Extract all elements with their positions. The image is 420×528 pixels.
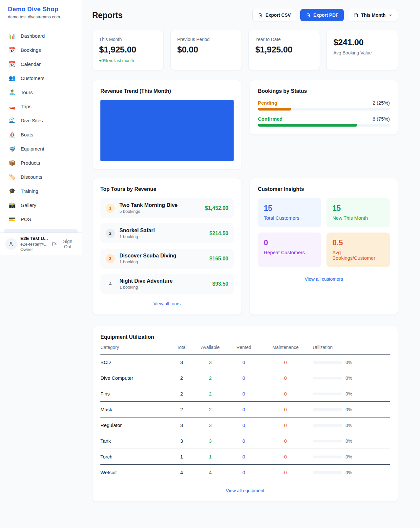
- tour-amount: $165.00: [209, 256, 228, 262]
- rank-badge: 4: [106, 279, 115, 289]
- sidebar-item-products[interactable]: 📦 Products: [0, 156, 82, 170]
- view-all-equipment-link[interactable]: View all equipment: [226, 488, 264, 493]
- equipment-available: 3: [197, 417, 223, 433]
- sidebar-item-trips[interactable]: 🚤 Trips: [0, 99, 82, 113]
- equipment-category: Fins: [100, 386, 166, 401]
- row-revenue-status: Revenue Trend (This Month) Bookings by S…: [92, 80, 398, 169]
- tour-row[interactable]: 1 Two Tank Morning Dive 5 bookings $1,45…: [100, 198, 234, 218]
- equipment-table-body: BCD 3 3 0 0 0% Dive Computer 2 2 0 0: [100, 355, 390, 480]
- equipment-utilization: 0%: [307, 402, 390, 417]
- sign-out-button[interactable]: Sign Out: [51, 237, 77, 251]
- equipment-available: 3: [197, 355, 223, 370]
- rank-badge: 1: [106, 204, 115, 213]
- utilization-track: [313, 377, 342, 379]
- view-all-customers-link[interactable]: View all customers: [305, 276, 343, 282]
- equipment-total: 3: [166, 417, 197, 433]
- sidebar-item-label: Training: [21, 188, 38, 194]
- equipment-category: Dive Computer: [100, 370, 166, 386]
- sidebar-item-customers[interactable]: 👥 Customers: [0, 71, 82, 85]
- tour-name: Night Dive Adventure: [119, 278, 173, 284]
- sidebar-item-label: Tours: [21, 90, 33, 95]
- sidebar-item-bookings[interactable]: 📅 Bookings: [0, 43, 82, 57]
- customer-insights-card: Customer Insights 15 Total Customers 15 …: [250, 178, 398, 315]
- equipment-total: 3: [166, 355, 197, 370]
- equipment-category: Torch: [100, 449, 166, 464]
- wave-icon: 🌊: [9, 117, 16, 124]
- equipment-maintenance: 0: [264, 449, 307, 464]
- file-download-icon: [306, 13, 311, 18]
- export-csv-button[interactable]: Export CSV: [252, 9, 296, 21]
- equipment-maintenance: 0: [264, 417, 307, 433]
- tour-name: Two Tank Morning Dive: [119, 202, 178, 208]
- equipment-rented: 0: [223, 465, 264, 480]
- stats-row: This Month$1,925.00+0% vs last monthPrev…: [92, 30, 398, 70]
- bookings-by-status-title: Bookings by Status: [258, 88, 390, 94]
- package-icon: 📦: [9, 159, 16, 166]
- equipment-utilization: 0%: [307, 434, 390, 449]
- user-footer: E2E Test U... e2e-tester@... Owner Sign …: [0, 233, 82, 255]
- tour-amount: $214.50: [209, 231, 228, 236]
- sidebar-item-active-partial[interactable]: [4, 229, 78, 233]
- equipment-row-regulator: Regulator 3 3 0 0 0%: [100, 417, 390, 433]
- calendar-icon: [353, 13, 358, 18]
- diving-mask-icon: 🤿: [9, 145, 16, 152]
- sign-out-label: Sign Out: [59, 239, 76, 249]
- equipment-total: 4: [166, 465, 197, 480]
- utilization-track: [313, 393, 342, 395]
- shop-name[interactable]: Demo Dive Shop: [8, 6, 74, 13]
- equipment-utilization: 0%: [307, 355, 390, 370]
- sidebar-item-dashboard[interactable]: 📊 Dashboard: [0, 29, 82, 43]
- tour-bookings: 1 booking: [119, 234, 155, 239]
- period-dropdown[interactable]: This Month: [348, 9, 398, 21]
- equipment-row-tank: Tank 3 3 0 0 0%: [100, 433, 390, 449]
- equipment-utilization: 0%: [307, 449, 390, 464]
- sidebar-item-pos[interactable]: 💳 POS: [0, 212, 82, 226]
- sidebar-item-label: Discounts: [21, 174, 42, 180]
- sidebar-item-discounts[interactable]: 🏷️ Discounts: [0, 170, 82, 184]
- equipment-available: 2: [197, 386, 223, 401]
- status-count: 2 (25%): [372, 100, 390, 106]
- tour-row[interactable]: 2 Snorkel Safari 1 booking $214.50: [100, 223, 234, 243]
- view-all-tours-link[interactable]: View all tours: [153, 301, 180, 306]
- revenue-trend-title: Revenue Trend (This Month): [100, 88, 234, 94]
- equipment-row-fins: Fins 2 2 0 0 0%: [100, 386, 390, 402]
- sidebar-item-training[interactable]: 🎓 Training: [0, 184, 82, 198]
- utilization-track: [313, 408, 342, 411]
- app-root: Demo Dive Shop demo.test.divestreams.com…: [0, 0, 420, 526]
- revenue-trend-card: Revenue Trend (This Month): [92, 80, 242, 169]
- people-icon: 👥: [9, 75, 16, 82]
- sidebar-item-tours[interactable]: 🏝️ Tours: [0, 85, 82, 99]
- chevron-down-icon: [388, 13, 392, 17]
- stat-delta: +0% vs last month: [99, 58, 157, 63]
- sidebar-item-label: Dive Sites: [21, 118, 43, 123]
- sidebar-item-gallery[interactable]: 📸 Gallery: [0, 198, 82, 212]
- equipment-category: BCD: [100, 355, 166, 370]
- tour-row[interactable]: 4 Night Dive Adventure 1 booking $93.50: [100, 274, 234, 294]
- sidebar-item-boats[interactable]: ⛵ Boats: [0, 128, 82, 142]
- export-pdf-label: Export PDF: [313, 12, 338, 18]
- equipment-available: 3: [197, 433, 223, 449]
- sidebar-item-label: Gallery: [21, 202, 36, 208]
- stat-card-this-month: This Month$1,925.00+0% vs last month: [92, 30, 164, 70]
- utilization-percent: 0%: [346, 423, 352, 428]
- equipment-row-torch: Torch 1 1 0 0 0%: [100, 449, 390, 465]
- equipment-utilization: 0%: [307, 418, 390, 433]
- tour-row[interactable]: 3 Discover Scuba Diving 1 booking $165.0…: [100, 249, 234, 269]
- export-pdf-button[interactable]: Export PDF: [300, 9, 344, 21]
- sidebar-item-dive-sites[interactable]: 🌊 Dive Sites: [0, 113, 82, 128]
- sidebar-item-equipment[interactable]: 🤿 Equipment: [0, 142, 82, 156]
- sidebar-item-label: Calendar: [21, 61, 41, 67]
- insight-value: 15: [264, 204, 315, 213]
- label-tag-icon: 🏷️: [9, 173, 16, 180]
- sidebar-item-label: Products: [21, 160, 40, 166]
- equipment-maintenance: 0: [264, 433, 307, 449]
- avatar: [5, 238, 17, 250]
- equipment-category: Mask: [100, 402, 166, 417]
- shop-header: Demo Dive Shop demo.test.divestreams.com: [0, 0, 82, 24]
- sidebar-item-label: Customers: [21, 75, 45, 81]
- sidebar-item-label: Dashboard: [21, 33, 45, 39]
- equipment-maintenance: 0: [264, 370, 307, 386]
- sidebar-item-calendar[interactable]: 📆 Calendar: [0, 57, 82, 71]
- stat-card-avg-booking-value: $241.00Avg Booking Value: [326, 30, 398, 70]
- revenue-trend-chart: [100, 100, 234, 161]
